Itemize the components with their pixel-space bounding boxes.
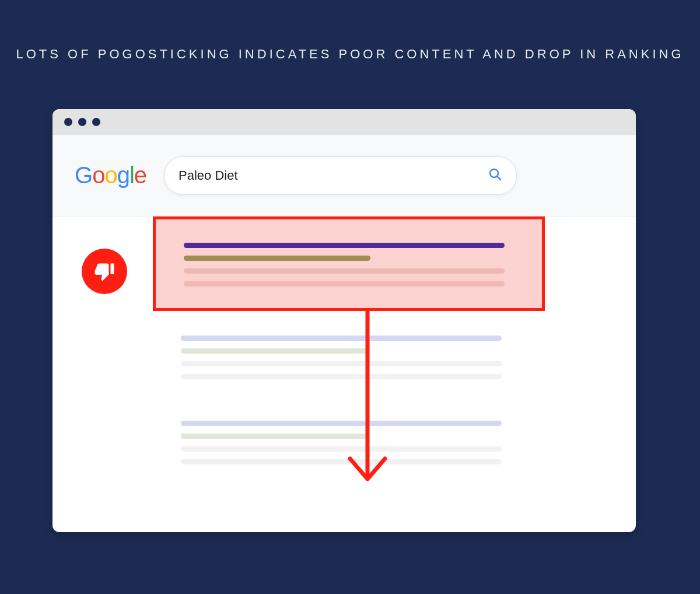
- browser-window: G o o g l e Paleo Diet: [52, 109, 636, 532]
- svg-line-1: [497, 176, 501, 180]
- thumbs-down-badge: [82, 249, 127, 294]
- logo-letter-o2: o: [104, 162, 117, 188]
- result-desc-placeholder: [184, 281, 505, 286]
- result-title-placeholder: [181, 421, 502, 426]
- logo-letter-o1: o: [92, 162, 104, 188]
- search-header: G o o g l e Paleo Diet: [52, 135, 636, 216]
- diagram-title: LOTS OF POGOSTICKING INDICATES POOR CONT…: [0, 0, 700, 62]
- result-url-placeholder: [184, 256, 370, 261]
- result-desc-placeholder: [184, 268, 505, 274]
- search-result: [181, 336, 517, 387]
- browser-titlebar: [52, 109, 636, 135]
- result-title-placeholder: [181, 336, 502, 341]
- logo-letter-g1: G: [75, 162, 92, 188]
- result-url-placeholder: [181, 348, 368, 354]
- logo-letter-e: e: [134, 162, 146, 188]
- google-logo: G o o g l e: [75, 162, 146, 188]
- logo-letter-g2: g: [117, 162, 130, 188]
- traffic-light-minimize: [78, 118, 86, 126]
- result-url-placeholder: [181, 434, 368, 439]
- logo-letter-l: l: [130, 162, 134, 188]
- search-bar[interactable]: Paleo Diet: [164, 156, 517, 195]
- search-query: Paleo Diet: [178, 168, 238, 183]
- traffic-light-maximize: [92, 118, 100, 126]
- result-desc-placeholder: [181, 446, 502, 452]
- search-icon[interactable]: [488, 167, 502, 184]
- result-title-placeholder: [184, 243, 505, 248]
- search-result-highlighted: [153, 216, 545, 311]
- traffic-light-close: [64, 118, 72, 126]
- result-desc-placeholder: [181, 361, 502, 366]
- search-results: [52, 216, 636, 231]
- thumbs-down-icon: [94, 261, 115, 282]
- search-result: [181, 421, 517, 472]
- result-desc-placeholder: [181, 459, 502, 464]
- result-desc-placeholder: [181, 374, 502, 379]
